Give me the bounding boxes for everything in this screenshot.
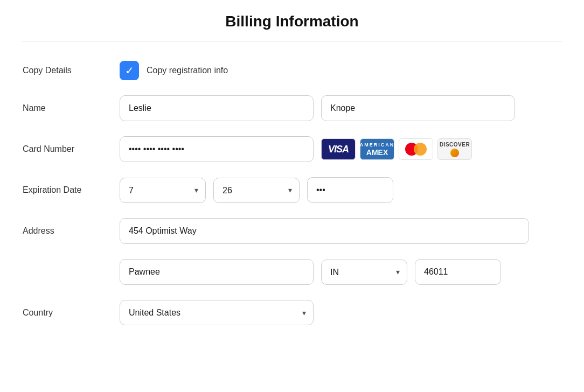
address-fields bbox=[120, 218, 561, 244]
card-number-label: Card Number bbox=[23, 144, 120, 154]
country-row: Country United States Canada United King… bbox=[23, 300, 561, 325]
discover-dot bbox=[450, 149, 459, 157]
amex-top-text: AMERICAN bbox=[360, 142, 395, 148]
street-address-input[interactable] bbox=[120, 218, 529, 244]
city-state-zip-row: AL AK AZ AR CA CO CT DE FL GA HI ID IL I… bbox=[23, 259, 561, 285]
name-label: Name bbox=[23, 103, 120, 113]
expiration-label: Expiration Date bbox=[23, 185, 120, 195]
address-label: Address bbox=[23, 226, 120, 236]
cvv-input[interactable] bbox=[307, 177, 393, 203]
country-label: Country bbox=[23, 308, 120, 318]
month-select[interactable]: 1 2 3 4 5 6 7 8 9 10 11 12 bbox=[120, 178, 206, 203]
mc-circles bbox=[405, 142, 427, 156]
copy-details-wrapper: ✓ Copy registration info bbox=[120, 61, 228, 80]
card-number-input[interactable] bbox=[120, 136, 314, 162]
name-row: Name bbox=[23, 95, 561, 121]
country-select-wrapper: United States Canada United Kingdom Aust… bbox=[120, 300, 314, 325]
country-select[interactable]: United States Canada United Kingdom Aust… bbox=[120, 300, 314, 325]
country-fields: United States Canada United Kingdom Aust… bbox=[120, 300, 561, 325]
city-state-zip-fields: AL AK AZ AR CA CO CT DE FL GA HI ID IL I… bbox=[120, 259, 561, 285]
amex-main-text: AMEX bbox=[366, 148, 388, 157]
expiration-row: Expiration Date 1 2 3 4 5 6 7 8 9 10 11 bbox=[23, 177, 561, 203]
checkmark-icon: ✓ bbox=[125, 65, 134, 76]
name-fields bbox=[120, 95, 561, 121]
first-name-input[interactable] bbox=[120, 95, 314, 121]
copy-registration-checkbox[interactable]: ✓ bbox=[120, 61, 139, 80]
page-container: Billing Information Copy Details ✓ Copy … bbox=[0, 0, 584, 362]
page-title: Billing Information bbox=[22, 13, 562, 30]
copy-details-fields: ✓ Copy registration info bbox=[120, 61, 561, 80]
billing-form: Copy Details ✓ Copy registration info Na… bbox=[23, 61, 561, 325]
copy-registration-label: Copy registration info bbox=[147, 66, 228, 75]
mastercard-icon bbox=[399, 138, 433, 160]
year-select-wrapper: 24 25 26 27 28 29 30 ▾ bbox=[213, 178, 300, 203]
state-select-wrapper: AL AK AZ AR CA CO CT DE FL GA HI ID IL I… bbox=[321, 260, 407, 285]
expiration-fields: 1 2 3 4 5 6 7 8 9 10 11 12 ▾ bbox=[120, 177, 561, 203]
visa-icon: VISA bbox=[321, 138, 356, 160]
zip-input[interactable] bbox=[415, 259, 501, 285]
page-header: Billing Information bbox=[22, 0, 562, 41]
discover-icon: DISCOVER bbox=[437, 138, 472, 160]
copy-details-label: Copy Details bbox=[23, 66, 120, 75]
amex-icon: AMERICAN AMEX bbox=[360, 138, 394, 160]
city-input[interactable] bbox=[120, 259, 314, 285]
card-icons-group: VISA AMERICAN AMEX DISCOVER bbox=[321, 138, 472, 160]
card-number-row: Card Number VISA AMERICAN AMEX bbox=[23, 136, 561, 162]
mc-orange-circle bbox=[414, 143, 427, 156]
discover-label: DISCOVER bbox=[440, 142, 470, 148]
card-number-fields: VISA AMERICAN AMEX DISCOVER bbox=[120, 136, 561, 162]
address-row: Address bbox=[23, 218, 561, 244]
state-select[interactable]: AL AK AZ AR CA CO CT DE FL GA HI ID IL I… bbox=[321, 260, 407, 285]
year-select[interactable]: 24 25 26 27 28 29 30 bbox=[213, 178, 300, 203]
copy-details-row: Copy Details ✓ Copy registration info bbox=[23, 61, 561, 80]
month-select-wrapper: 1 2 3 4 5 6 7 8 9 10 11 12 ▾ bbox=[120, 178, 206, 203]
last-name-input[interactable] bbox=[321, 95, 515, 121]
